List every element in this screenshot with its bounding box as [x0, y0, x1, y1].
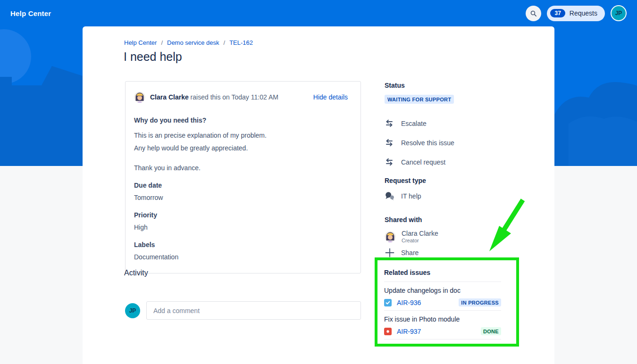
status-label: Status	[385, 82, 521, 89]
task-icon	[384, 299, 392, 306]
requests-button[interactable]: 37 Requests	[547, 6, 605, 21]
shared-person-info: Clara Clarke Creator	[402, 230, 438, 243]
requests-label: Requests	[570, 9, 597, 17]
content-panel: Help Center / Demo service desk / TEL-16…	[83, 26, 554, 364]
escalate-action[interactable]: Escalate	[385, 119, 521, 128]
related-issues-heading: Related issues	[384, 269, 501, 276]
raised-text: raised this on Today 11:02 AM	[191, 93, 278, 101]
related-issue-summary: Fix issue in Photo module	[384, 315, 501, 323]
divider	[384, 339, 501, 339]
breadcrumb-separator: /	[224, 39, 226, 46]
page-title: I need help	[124, 50, 182, 64]
reporter-name: Clara Clarke	[150, 93, 189, 101]
divider	[384, 310, 501, 311]
bug-icon	[384, 328, 392, 335]
help-center-logo[interactable]: Help Center	[10, 9, 51, 17]
shared-person-name: Clara Clarke	[402, 230, 438, 237]
request-type-row: IT help	[385, 191, 521, 201]
transition-icon	[385, 138, 394, 148]
issue-key-link[interactable]: AIR-936	[397, 299, 421, 306]
request-details-card: Clara Clarke raised this on Today 11:02 …	[125, 81, 361, 273]
related-issues-annotation-box: Related issues Update changelogs in doc …	[375, 257, 519, 347]
breadcrumb: Help Center / Demo service desk / TEL-16…	[124, 39, 253, 46]
description-line: Any help would be greatly appreciated.	[134, 143, 348, 154]
shared-person-row: Clara Clarke Creator	[385, 230, 521, 243]
top-bar: Help Center 37 Requests JP	[0, 0, 637, 26]
share-label: Share	[401, 249, 419, 256]
issue-status-badge: IN PROGRESS	[459, 298, 501, 306]
breadcrumb-help-center[interactable]: Help Center	[124, 39, 157, 46]
add-comment-input[interactable]	[146, 301, 361, 320]
request-description: This is an precise explanation of my pro…	[134, 130, 348, 154]
issue-key-link[interactable]: AIR-937	[397, 328, 421, 335]
field-value-labels: Documentation	[134, 253, 348, 261]
status-actions: Escalate Resolve this issue Cancel reque…	[385, 119, 521, 167]
shared-with-label: Shared with	[385, 216, 521, 223]
description-closing: Thank you in advance.	[134, 164, 348, 172]
resolve-label: Resolve this issue	[401, 139, 454, 147]
transition-icon	[385, 119, 394, 128]
shared-person-role: Creator	[402, 238, 438, 243]
clara-avatar-icon	[385, 231, 396, 242]
search-button[interactable]	[526, 6, 541, 21]
user-avatar[interactable]: JP	[611, 5, 627, 21]
topbar-right: 37 Requests JP	[526, 5, 627, 21]
escalate-label: Escalate	[401, 120, 427, 127]
breadcrumb-separator: /	[161, 39, 163, 46]
request-card-header: Clara Clarke raised this on Today 11:02 …	[134, 91, 348, 103]
question-label: Why do you need this?	[134, 116, 348, 124]
related-issue-summary: Update changelogs in doc	[384, 287, 501, 294]
plus-icon	[385, 248, 395, 258]
transition-icon	[385, 157, 394, 167]
clara-avatar-icon	[134, 91, 145, 103]
request-type-label: Request type	[385, 177, 521, 184]
activity-heading: Activity	[124, 269, 148, 277]
comment-row: JP	[125, 301, 361, 320]
related-issues-section: Related issues Update changelogs in doc …	[377, 269, 516, 339]
request-type-value: IT help	[401, 192, 421, 200]
field-value-priority: High	[134, 223, 348, 231]
search-icon	[529, 9, 537, 17]
status-badge: WAITING FOR SUPPORT	[385, 95, 454, 104]
resolve-action[interactable]: Resolve this issue	[385, 138, 521, 148]
cancel-label: Cancel request	[401, 158, 445, 166]
comment-avatar: JP	[125, 303, 140, 318]
chat-bubbles-icon	[385, 191, 395, 201]
request-sidebar: Status WAITING FOR SUPPORT Escalate Reso…	[385, 82, 521, 258]
hide-details-link[interactable]: Hide details	[313, 93, 348, 101]
breadcrumb-issue-key[interactable]: TEL-162	[229, 39, 253, 46]
field-label-priority: Priority	[134, 211, 348, 219]
field-label-labels: Labels	[134, 241, 348, 248]
help-center-page: Help Center 37 Requests JP Help Center /…	[0, 0, 637, 364]
description-line: This is an precise explanation of my pro…	[134, 130, 348, 141]
reporter-avatar	[134, 91, 145, 103]
requests-count-badge: 37	[550, 9, 565, 17]
related-issue-row: AIR-937 DONE	[384, 327, 501, 335]
reporter-line: Clara Clarke raised this on Today 11:02 …	[150, 93, 278, 101]
cancel-action[interactable]: Cancel request	[385, 157, 521, 167]
share-button[interactable]: Share	[385, 248, 521, 258]
field-value-due-date: Tomorrow	[134, 194, 348, 201]
divider	[384, 281, 501, 282]
issue-status-badge: DONE	[481, 327, 501, 335]
related-issue-row: AIR-936 IN PROGRESS	[384, 298, 501, 306]
field-label-due-date: Due date	[134, 182, 348, 189]
shared-person-avatar	[385, 231, 396, 242]
breadcrumb-service-desk[interactable]: Demo service desk	[167, 39, 219, 46]
